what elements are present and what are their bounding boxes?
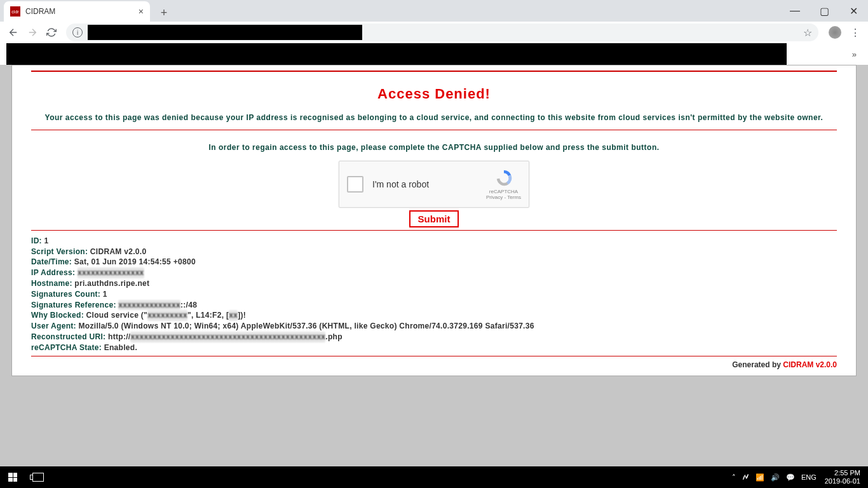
recaptcha-label: I'm not a robot (372, 179, 429, 189)
recaptcha-legal[interactable]: Privacy - Terms (486, 194, 521, 200)
detail-row: Hostname: pri.authdns.ripe.net (31, 278, 837, 289)
url-field[interactable]: i ☆ (66, 24, 818, 41)
detail-row: Date/Time: Sat, 01 Jun 2019 14:54:55 +08… (31, 257, 837, 268)
detail-row: IP Address: xxxxxxxxxxxxxxx (31, 268, 837, 278)
reload-button[interactable] (42, 23, 61, 42)
tab-title: CIDRAM (25, 7, 55, 16)
url-redacted (88, 25, 362, 40)
captcha-instruction: In order to regain access to this page, … (31, 143, 837, 152)
maximize-button[interactable]: ▢ (810, 0, 839, 22)
recaptcha-icon (494, 168, 513, 187)
footer: Generated by CIDRAM v2.0.0 (31, 360, 837, 369)
clock-date: 2019-06-01 (825, 477, 860, 485)
back-button[interactable] (4, 23, 23, 42)
divider (31, 230, 837, 231)
minimize-button[interactable]: — (780, 0, 810, 22)
recaptcha-checkbox[interactable] (347, 176, 363, 193)
detail-row: Signatures Reference: xxxxxxxxxxxxxx::/4… (31, 300, 837, 311)
detail-row: Reconstructed URI: http://xxxxxxxxxxxxxx… (31, 332, 837, 342)
bookmark-icon[interactable]: ☆ (803, 27, 812, 39)
recaptcha-widget: I'm not a robot reCAPTCHA Privacy - Term… (339, 161, 529, 208)
recaptcha-brand-text: reCAPTCHA (486, 189, 521, 194)
details-block: ID: 1 Script Version: CIDRAM v2.0.0 Date… (31, 236, 837, 353)
deny-reason: Your access to this page was denied beca… (31, 112, 837, 123)
window-controls: — ▢ ✕ (780, 0, 868, 22)
detail-row: ID: 1 (31, 236, 837, 247)
panel: Access Denied! Your access to this page … (11, 65, 857, 376)
system-tray: ˄ 🗲 📶 🔊 💬 ENG 2:55 PM 2019-06-01 (729, 469, 868, 485)
wifi-icon[interactable]: 📶 (756, 473, 764, 482)
new-tab-button[interactable]: + (155, 4, 173, 22)
divider (31, 130, 837, 130)
start-button[interactable] (0, 466, 25, 488)
battery-icon[interactable]: 🗲 (742, 473, 749, 481)
clock-time: 2:55 PM (825, 469, 860, 477)
divider (31, 71, 837, 72)
site-info-icon[interactable]: i (72, 27, 83, 37)
taskbar: ˄ 🗲 📶 🔊 💬 ENG 2:55 PM 2019-06-01 (0, 466, 868, 488)
detail-row: User Agent: Mozilla/5.0 (Windows NT 10.0… (31, 321, 837, 332)
ip-redacted: xxxxxxxxxxxxxxx (78, 268, 144, 278)
page-header-row: » (0, 43, 868, 65)
header-redacted (6, 43, 787, 65)
chrome-menu-icon[interactable]: ⋮ (850, 27, 860, 39)
divider (31, 356, 837, 356)
browser-chrome: cidr CIDRAM × + — ▢ ✕ i ☆ ⋮ (0, 0, 868, 43)
why-redacted-1: xxxxxxxxx (147, 310, 187, 321)
uri-redacted: xxxxxxxxxxxxxxxxxxxxxxxxxxxxxxxxxxxxxxxx… (130, 332, 325, 342)
task-view-icon (32, 473, 44, 482)
detail-row: Why Blocked: Cloud service ("xxxxxxxxx",… (31, 310, 837, 321)
language-indicator[interactable]: ENG (801, 473, 817, 481)
submit-button[interactable]: Submit (409, 210, 459, 227)
detail-row: Signatures Count: 1 (31, 289, 837, 300)
task-view-button[interactable] (25, 466, 51, 488)
recaptcha-brand: reCAPTCHA Privacy - Terms (486, 168, 521, 200)
close-tab-icon[interactable]: × (139, 6, 144, 17)
browser-tab[interactable]: cidr CIDRAM × (4, 1, 150, 22)
overflow-icon[interactable]: » (852, 50, 857, 59)
page-title: Access Denied! (31, 86, 837, 102)
forward-button[interactable] (23, 23, 42, 42)
profile-icon[interactable] (829, 26, 841, 39)
clock[interactable]: 2:55 PM 2019-06-01 (825, 469, 860, 485)
why-redacted-2: xx (229, 310, 238, 321)
notification-icon[interactable]: 💬 (786, 473, 795, 482)
tab-bar: cidr CIDRAM × + — ▢ ✕ (0, 0, 868, 22)
detail-row: Script Version: CIDRAM v2.0.0 (31, 247, 837, 257)
content-wrap: Access Denied! Your access to this page … (0, 65, 868, 376)
tab-favicon: cidr (10, 6, 20, 17)
sigref-redacted: xxxxxxxxxxxxxx (118, 300, 180, 311)
tray-chevron-icon[interactable]: ˄ (732, 473, 736, 482)
close-window-button[interactable]: ✕ (839, 0, 868, 22)
detail-row: reCAPTCHA State: Enabled. (31, 342, 837, 353)
address-bar: i ☆ ⋮ (0, 22, 868, 43)
volume-icon[interactable]: 🔊 (771, 473, 780, 482)
footer-link[interactable]: CIDRAM v2.0.0 (783, 360, 837, 369)
footer-text: Generated by (732, 360, 783, 369)
windows-icon (8, 473, 17, 482)
